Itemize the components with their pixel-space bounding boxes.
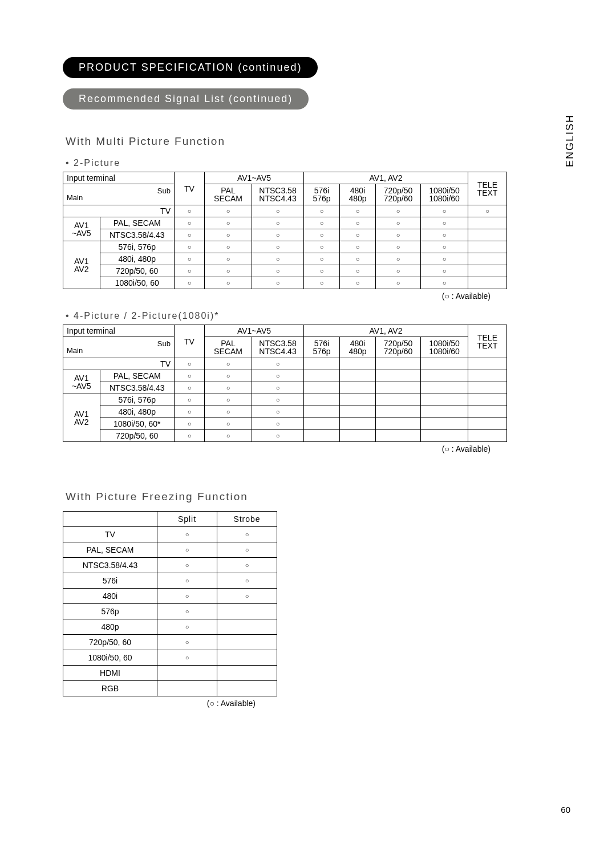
cell: 1080i/501080i/60 <box>421 337 468 358</box>
cell: ○ <box>252 394 304 406</box>
cell: ○ <box>376 277 421 289</box>
cell: ○ <box>304 253 340 265</box>
legend: (○ : Available) <box>63 699 256 708</box>
cell <box>340 418 376 430</box>
cell: Sub Main <box>63 184 175 205</box>
cell: ○ <box>304 241 340 253</box>
page-number: 60 <box>561 805 570 814</box>
cell: ○ <box>340 229 376 241</box>
cell: NTSC3.58NTSC4.43 <box>252 184 304 205</box>
cell: ○ <box>157 604 217 619</box>
cell: AV1, AV2 <box>304 172 468 184</box>
cell <box>421 418 468 430</box>
cell: 1080i/50, 60* <box>100 418 175 430</box>
cell: PAL, SECAM <box>100 217 175 229</box>
cell: ○ <box>175 253 205 265</box>
cell <box>304 370 340 382</box>
cell <box>304 394 340 406</box>
cell <box>217 604 277 619</box>
cell <box>468 241 507 253</box>
cell: Input terminal <box>63 172 175 184</box>
cell <box>63 205 100 217</box>
cell <box>63 358 100 370</box>
cell: ○ <box>304 229 340 241</box>
cell: 576p <box>63 604 157 619</box>
cell: PAL, SECAM <box>63 542 157 558</box>
cell <box>376 382 421 394</box>
cell: AV1, AV2 <box>304 325 468 337</box>
cell: 480i480p <box>340 337 376 358</box>
cell: 1080i/50, 60 <box>100 277 175 289</box>
subtitle-pill: Recommended Signal List (continued) <box>63 88 309 110</box>
cell: ○ <box>340 253 376 265</box>
cell: ○ <box>175 229 205 241</box>
cell: ○ <box>376 241 421 253</box>
cell: 720p/50, 60 <box>63 635 157 650</box>
cell: ○ <box>421 265 468 277</box>
cell <box>468 406 507 418</box>
cell: ○ <box>304 205 340 217</box>
table-4picture: Input terminal TV AV1~AV5 AV1, AV2 TELET… <box>63 325 507 442</box>
cell: ○ <box>252 217 304 229</box>
cell <box>63 512 157 527</box>
cell: ○ <box>217 589 277 604</box>
cell: ○ <box>205 382 252 394</box>
cell <box>376 418 421 430</box>
cell: 480i, 480p <box>100 406 175 418</box>
cell: ○ <box>205 253 252 265</box>
cell <box>304 382 340 394</box>
cell: ○ <box>157 558 217 573</box>
cell: ○ <box>252 253 304 265</box>
table-freeze: Split Strobe TV○○PAL, SECAM○○NTSC3.58/4.… <box>63 511 277 696</box>
cell: TV <box>100 358 175 370</box>
cell: TV <box>63 527 157 542</box>
cell <box>468 265 507 277</box>
cell <box>217 666 277 681</box>
cell: 480p <box>63 619 157 635</box>
cell: PAL, SECAM <box>100 370 175 382</box>
cell: NTSC3.58NTSC4.43 <box>252 337 304 358</box>
cell: ○ <box>376 229 421 241</box>
cell: 720p/50720p/60 <box>376 337 421 358</box>
cell: 480i <box>63 589 157 604</box>
cell: ○ <box>252 430 304 442</box>
cell <box>468 229 507 241</box>
cell: ○ <box>205 418 252 430</box>
cell <box>217 650 277 666</box>
cell <box>340 430 376 442</box>
cell <box>376 430 421 442</box>
cell <box>376 370 421 382</box>
cell: ○ <box>175 370 205 382</box>
cell: AV1~AV5 <box>205 172 304 184</box>
cell: ○ <box>205 241 252 253</box>
cell: ○ <box>421 205 468 217</box>
cell: ○ <box>157 573 217 589</box>
cell: ○ <box>340 265 376 277</box>
cell <box>468 253 507 265</box>
cell: RGB <box>63 681 157 696</box>
cell: ○ <box>205 229 252 241</box>
cell <box>157 681 217 696</box>
cell: ○ <box>205 406 252 418</box>
cell: ○ <box>157 650 217 666</box>
legend: (○ : Available) <box>63 444 491 453</box>
cell: NTSC3.58/4.43 <box>63 558 157 573</box>
cell: 576i <box>63 573 157 589</box>
cell: ○ <box>421 241 468 253</box>
language-label: ENGLISH <box>564 114 576 167</box>
cell: TELETEXT <box>468 325 507 358</box>
cell: 720p/50, 60 <box>100 265 175 277</box>
cell: ○ <box>304 217 340 229</box>
cell <box>421 370 468 382</box>
cell <box>304 418 340 430</box>
cell <box>421 358 468 370</box>
cell: NTSC3.58/4.43 <box>100 382 175 394</box>
cell: ○ <box>421 253 468 265</box>
cell: 1080i/50, 60 <box>63 650 157 666</box>
cell <box>304 430 340 442</box>
cell <box>421 394 468 406</box>
cell: 480i, 480p <box>100 253 175 265</box>
cell: ○ <box>252 241 304 253</box>
cell: Input terminal <box>63 325 175 337</box>
cell <box>217 635 277 650</box>
